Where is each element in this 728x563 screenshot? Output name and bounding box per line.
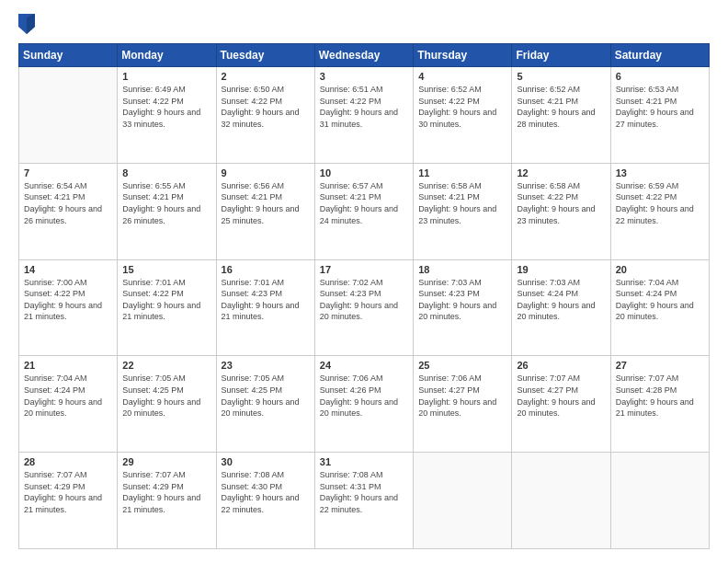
day-info: Sunrise: 7:00 AMSunset: 4:22 PMDaylight:…: [24, 277, 112, 323]
calendar-cell: 15Sunrise: 7:01 AMSunset: 4:22 PMDayligh…: [118, 259, 216, 356]
weekday-header: Wednesday: [314, 44, 413, 67]
weekday-header: Sunday: [19, 44, 118, 67]
day-number: 8: [122, 167, 210, 178]
calendar-cell: 5Sunrise: 6:52 AMSunset: 4:21 PMDaylight…: [512, 67, 610, 164]
day-info: Sunrise: 6:57 AMSunset: 4:21 PMDaylight:…: [320, 180, 408, 226]
calendar-cell: 8Sunrise: 6:55 AMSunset: 4:21 PMDaylight…: [118, 163, 216, 259]
calendar-week-row: 21Sunrise: 7:04 AMSunset: 4:24 PMDayligh…: [19, 356, 710, 453]
day-info: Sunrise: 6:54 AMSunset: 4:21 PMDaylight:…: [24, 180, 112, 226]
calendar-cell: 1Sunrise: 6:49 AMSunset: 4:22 PMDaylight…: [118, 67, 216, 164]
day-info: Sunrise: 6:58 AMSunset: 4:21 PMDaylight:…: [418, 180, 506, 226]
calendar-cell: 22Sunrise: 7:05 AMSunset: 4:25 PMDayligh…: [118, 356, 216, 453]
day-info: Sunrise: 7:07 AMSunset: 4:28 PMDaylight:…: [616, 373, 704, 419]
day-number: 30: [222, 456, 310, 467]
weekday-header: Monday: [118, 44, 216, 67]
calendar-cell: 31Sunrise: 7:08 AMSunset: 4:31 PMDayligh…: [314, 453, 413, 549]
calendar-cell: 12Sunrise: 6:58 AMSunset: 4:22 PMDayligh…: [512, 163, 610, 259]
day-number: 25: [418, 360, 506, 371]
day-info: Sunrise: 7:07 AMSunset: 4:29 PMDaylight:…: [122, 469, 210, 515]
calendar-cell: 13Sunrise: 6:59 AMSunset: 4:22 PMDayligh…: [610, 163, 709, 259]
calendar-cell: 26Sunrise: 7:07 AMSunset: 4:27 PMDayligh…: [512, 356, 610, 453]
day-number: 7: [24, 167, 112, 178]
day-info: Sunrise: 7:05 AMSunset: 4:25 PMDaylight:…: [122, 373, 210, 419]
day-info: Sunrise: 6:59 AMSunset: 4:22 PMDaylight:…: [616, 180, 704, 226]
calendar-cell: 19Sunrise: 7:03 AMSunset: 4:24 PMDayligh…: [512, 259, 610, 356]
day-info: Sunrise: 7:01 AMSunset: 4:23 PMDaylight:…: [222, 277, 310, 323]
day-info: Sunrise: 6:51 AMSunset: 4:22 PMDaylight:…: [320, 84, 408, 130]
calendar-week-row: 7Sunrise: 6:54 AMSunset: 4:21 PMDaylight…: [19, 163, 710, 259]
day-number: 17: [320, 264, 408, 275]
day-number: 21: [24, 360, 112, 371]
calendar-cell: 10Sunrise: 6:57 AMSunset: 4:21 PMDayligh…: [314, 163, 413, 259]
day-number: 10: [320, 167, 408, 178]
day-number: 19: [517, 264, 605, 275]
day-info: Sunrise: 7:07 AMSunset: 4:27 PMDaylight:…: [517, 373, 605, 419]
day-number: 23: [222, 360, 310, 371]
day-number: 22: [122, 360, 210, 371]
calendar-cell: 14Sunrise: 7:00 AMSunset: 4:22 PMDayligh…: [19, 259, 118, 356]
day-info: Sunrise: 7:04 AMSunset: 4:24 PMDaylight:…: [616, 277, 704, 323]
day-info: Sunrise: 6:49 AMSunset: 4:22 PMDaylight:…: [122, 84, 210, 130]
calendar-header-row: SundayMondayTuesdayWednesdayThursdayFrid…: [19, 44, 710, 67]
day-number: 24: [320, 360, 408, 371]
calendar-cell: 9Sunrise: 6:56 AMSunset: 4:21 PMDaylight…: [216, 163, 314, 259]
day-info: Sunrise: 7:05 AMSunset: 4:25 PMDaylight:…: [222, 373, 310, 419]
calendar-cell: 16Sunrise: 7:01 AMSunset: 4:23 PMDayligh…: [216, 259, 314, 356]
calendar-cell: 7Sunrise: 6:54 AMSunset: 4:21 PMDaylight…: [19, 163, 118, 259]
day-info: Sunrise: 6:58 AMSunset: 4:22 PMDaylight:…: [517, 180, 605, 226]
day-number: 11: [418, 167, 506, 178]
calendar-cell: 30Sunrise: 7:08 AMSunset: 4:30 PMDayligh…: [216, 453, 314, 549]
day-info: Sunrise: 6:50 AMSunset: 4:22 PMDaylight:…: [222, 84, 310, 130]
day-number: 13: [616, 167, 704, 178]
day-info: Sunrise: 7:06 AMSunset: 4:27 PMDaylight:…: [418, 373, 506, 419]
calendar-week-row: 14Sunrise: 7:00 AMSunset: 4:22 PMDayligh…: [19, 259, 710, 356]
calendar-cell: [414, 453, 512, 549]
day-number: 3: [320, 71, 408, 82]
day-number: 9: [222, 167, 310, 178]
calendar-cell: 3Sunrise: 6:51 AMSunset: 4:22 PMDaylight…: [314, 67, 413, 164]
day-info: Sunrise: 7:01 AMSunset: 4:22 PMDaylight:…: [122, 277, 210, 323]
calendar-cell: 23Sunrise: 7:05 AMSunset: 4:25 PMDayligh…: [216, 356, 314, 453]
calendar-cell: 18Sunrise: 7:03 AMSunset: 4:23 PMDayligh…: [414, 259, 512, 356]
day-info: Sunrise: 6:52 AMSunset: 4:21 PMDaylight:…: [517, 84, 605, 130]
day-number: 28: [24, 456, 112, 467]
calendar-cell: [19, 67, 118, 164]
day-number: 4: [418, 71, 506, 82]
day-info: Sunrise: 7:08 AMSunset: 4:30 PMDaylight:…: [222, 469, 310, 515]
calendar-cell: [610, 453, 709, 549]
day-info: Sunrise: 7:08 AMSunset: 4:31 PMDaylight:…: [320, 469, 408, 515]
day-info: Sunrise: 7:07 AMSunset: 4:29 PMDaylight:…: [24, 469, 112, 515]
weekday-header: Saturday: [610, 44, 709, 67]
calendar-cell: 28Sunrise: 7:07 AMSunset: 4:29 PMDayligh…: [19, 453, 118, 549]
calendar-cell: 29Sunrise: 7:07 AMSunset: 4:29 PMDayligh…: [118, 453, 216, 549]
day-info: Sunrise: 6:52 AMSunset: 4:22 PMDaylight:…: [418, 84, 506, 130]
calendar-cell: 24Sunrise: 7:06 AMSunset: 4:26 PMDayligh…: [314, 356, 413, 453]
calendar-week-row: 28Sunrise: 7:07 AMSunset: 4:29 PMDayligh…: [19, 453, 710, 549]
calendar-cell: 11Sunrise: 6:58 AMSunset: 4:21 PMDayligh…: [414, 163, 512, 259]
day-number: 5: [517, 71, 605, 82]
calendar-cell: 27Sunrise: 7:07 AMSunset: 4:28 PMDayligh…: [610, 356, 709, 453]
day-number: 15: [122, 264, 210, 275]
day-number: 2: [222, 71, 310, 82]
calendar-week-row: 1Sunrise: 6:49 AMSunset: 4:22 PMDaylight…: [19, 67, 710, 164]
page: SundayMondayTuesdayWednesdayThursdayFrid…: [0, 0, 728, 563]
calendar-cell: 6Sunrise: 6:53 AMSunset: 4:21 PMDaylight…: [610, 67, 709, 164]
calendar-cell: 20Sunrise: 7:04 AMSunset: 4:24 PMDayligh…: [610, 259, 709, 356]
calendar-cell: 2Sunrise: 6:50 AMSunset: 4:22 PMDaylight…: [216, 67, 314, 164]
day-number: 29: [122, 456, 210, 467]
day-number: 18: [418, 264, 506, 275]
day-number: 6: [616, 71, 704, 82]
day-number: 12: [517, 167, 605, 178]
day-info: Sunrise: 6:56 AMSunset: 4:21 PMDaylight:…: [222, 180, 310, 226]
header: [18, 14, 710, 34]
day-number: 1: [122, 71, 210, 82]
day-number: 14: [24, 264, 112, 275]
calendar-table: SundayMondayTuesdayWednesdayThursdayFrid…: [18, 43, 710, 549]
logo-icon: [18, 14, 35, 34]
day-info: Sunrise: 7:04 AMSunset: 4:24 PMDaylight:…: [24, 373, 112, 419]
weekday-header: Thursday: [414, 44, 512, 67]
logo: [18, 14, 39, 34]
weekday-header: Friday: [512, 44, 610, 67]
day-info: Sunrise: 6:53 AMSunset: 4:21 PMDaylight:…: [616, 84, 704, 130]
calendar-cell: 25Sunrise: 7:06 AMSunset: 4:27 PMDayligh…: [414, 356, 512, 453]
